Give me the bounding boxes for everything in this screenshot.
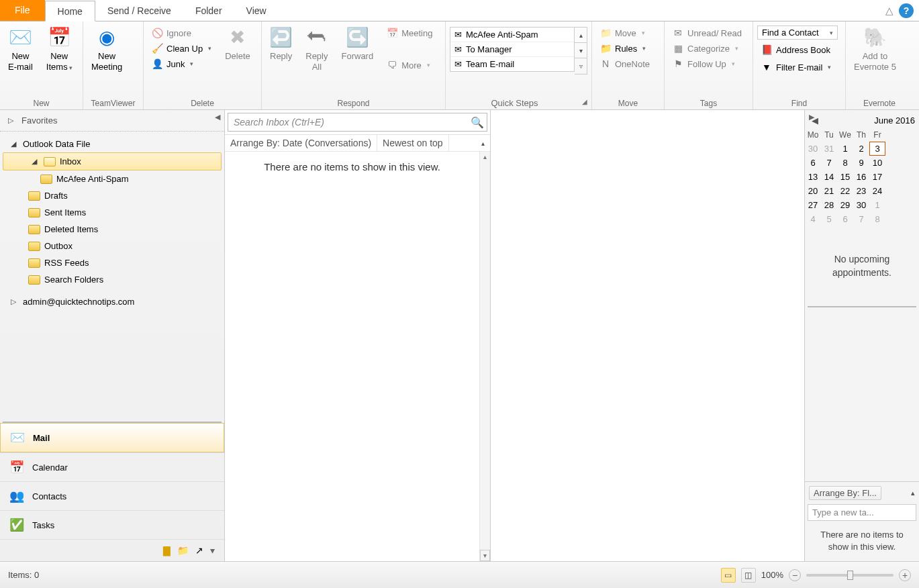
folder-search[interactable]: Search Folders — [0, 271, 224, 288]
folder-sent[interactable]: Sent Items — [0, 204, 224, 221]
todo-collapse-icon[interactable]: ▶ — [809, 113, 814, 121]
calendar-day-today[interactable]: 3 — [869, 142, 885, 156]
evernote-button[interactable]: 🐘Add to Evernote 5 — [847, 24, 903, 75]
scroll-down-icon[interactable]: ▾ — [480, 550, 490, 561]
view-reading-button[interactable]: ◫ — [741, 568, 756, 583]
calendar-day[interactable]: 8 — [869, 212, 885, 226]
find-contact-input[interactable]: Find a Contact▾ — [757, 26, 838, 40]
calendar-day[interactable]: 23 — [853, 184, 869, 198]
categorize-button[interactable]: ▦Categorize▾ — [669, 41, 746, 56]
reply-all-button[interactable]: ⮪Reply All — [299, 24, 334, 75]
quicksteps-launcher[interactable]: ◢ — [582, 98, 590, 108]
nav-calendar-button[interactable]: 📅Calendar — [0, 452, 224, 481]
meeting-button[interactable]: 📅Meeting — [383, 26, 436, 40]
nav-contacts-button[interactable]: 👥Contacts — [0, 481, 224, 510]
nav-collapse-icon[interactable]: ◀ — [215, 113, 220, 121]
zoom-slider[interactable] — [806, 574, 893, 577]
calendar-day[interactable]: 17 — [869, 170, 885, 184]
folder-drafts[interactable]: Drafts — [0, 187, 224, 204]
account-node[interactable]: ▷admin@quicktechnotips.com — [0, 293, 224, 310]
search-input[interactable] — [228, 113, 468, 131]
folder-mcafee-spam[interactable]: McAfee Anti-Spam — [0, 170, 224, 187]
zoom-thumb[interactable] — [847, 571, 853, 580]
nav-mail-button[interactable]: ✉️Mail — [0, 423, 224, 452]
calendar-day[interactable]: 20 — [805, 184, 821, 198]
view-normal-button[interactable]: ▭ — [721, 568, 736, 583]
sort-indicator-icon[interactable]: ▴ — [476, 135, 490, 151]
nav-notes-icon[interactable]: ▇ — [163, 545, 171, 556]
calendar-day[interactable]: 27 — [805, 198, 821, 212]
rules-button[interactable]: 📁Rules▾ — [596, 41, 654, 56]
onenote-button[interactable]: NOneNote — [596, 56, 654, 71]
quickstep-down[interactable]: ▾ — [575, 43, 587, 58]
chevron-right-icon[interactable]: ▷ — [11, 297, 19, 306]
calendar-day[interactable]: 31 — [821, 142, 837, 156]
help-icon[interactable]: ? — [899, 3, 914, 18]
calendar-day[interactable]: 30 — [805, 142, 821, 156]
nav-folders-icon[interactable]: 📁 — [177, 545, 189, 556]
cleanup-button[interactable]: 🧹Clean Up▾ — [148, 41, 215, 56]
minimize-ribbon-icon[interactable]: △ — [885, 5, 893, 17]
quickstep-manager[interactable]: ✉To Manager — [450, 42, 574, 57]
zoom-out-button[interactable]: − — [789, 569, 801, 581]
nav-shortcuts-icon[interactable]: ↗ — [195, 545, 203, 556]
calendar-day[interactable]: 1 — [837, 142, 853, 156]
calendar-day[interactable]: 21 — [821, 184, 837, 198]
reply-button[interactable]: ↩️Reply — [263, 24, 299, 64]
address-book-button[interactable]: 📕Address Book — [757, 42, 838, 57]
zoom-in-button[interactable]: + — [899, 569, 911, 581]
tab-folder[interactable]: Folder — [183, 0, 234, 21]
chevron-down-icon[interactable]: ◢ — [32, 157, 40, 166]
calendar-day[interactable]: 5 — [821, 212, 837, 226]
nav-configure-icon[interactable]: ▾ — [210, 545, 215, 556]
expand-icon[interactable]: ▴ — [911, 489, 915, 497]
task-arrange-button[interactable]: Arrange By: Fl... — [809, 486, 881, 500]
quickstep-team[interactable]: ✉Team E-mail — [450, 57, 574, 71]
folder-outbox[interactable]: Outbox — [0, 238, 224, 254]
sort-order-button[interactable]: Newest on top — [377, 135, 449, 151]
tab-send-receive[interactable]: Send / Receive — [95, 0, 183, 21]
calendar-day[interactable]: 15 — [837, 170, 853, 184]
search-icon[interactable]: 🔍 — [468, 113, 487, 131]
folder-inbox[interactable]: ◢Inbox — [3, 152, 222, 170]
calendar-day[interactable]: 24 — [869, 184, 885, 198]
more-respond-button[interactable]: 🗨More▾ — [383, 58, 436, 72]
junk-button[interactable]: 👤Junk▾ — [148, 56, 215, 71]
tab-home[interactable]: Home — [45, 1, 95, 21]
calendar-day[interactable]: 13 — [805, 170, 821, 184]
folder-deleted[interactable]: Deleted Items — [0, 221, 224, 238]
scroll-up-icon[interactable]: ▴ — [480, 152, 490, 162]
unread-read-button[interactable]: ✉Unread/ Read — [669, 26, 746, 40]
calendar-day[interactable]: 28 — [821, 198, 837, 212]
calendar-day[interactable]: 8 — [837, 156, 853, 170]
filter-email-button[interactable]: ▼Filter E-mail▾ — [757, 60, 838, 75]
move-button[interactable]: 📁Move▾ — [596, 26, 654, 40]
folder-rss[interactable]: RSS Feeds — [0, 254, 224, 271]
calendar-day[interactable]: 14 — [821, 170, 837, 184]
quickstep-mcafee[interactable]: ✉McAfee Anti-Spam — [450, 28, 574, 42]
new-task-input[interactable]: Type a new ta... — [808, 504, 916, 521]
favorites-header[interactable]: ▷Favorites — [0, 110, 224, 130]
tab-view[interactable]: View — [234, 0, 279, 21]
chevron-down-icon[interactable]: ◢ — [11, 140, 19, 148]
ignore-button[interactable]: 🚫Ignore — [148, 26, 215, 40]
calendar-day[interactable]: 7 — [853, 212, 869, 226]
datafile-node[interactable]: ◢Outlook Data File — [0, 136, 224, 152]
nav-tasks-button[interactable]: ✅Tasks — [0, 510, 224, 539]
quickstep-more[interactable]: ▿ — [575, 58, 587, 74]
new-items-button[interactable]: 📅New Items▾ — [40, 24, 79, 75]
calendar-day[interactable]: 16 — [853, 170, 869, 184]
calendar-day[interactable]: 10 — [869, 156, 885, 170]
calendar-day[interactable]: 1 — [869, 198, 885, 212]
delete-button[interactable]: ✖Delete — [218, 24, 257, 64]
calendar-day[interactable]: 4 — [805, 212, 821, 226]
calendar-day[interactable]: 22 — [837, 184, 853, 198]
tab-file[interactable]: File — [0, 0, 45, 21]
arrange-by-button[interactable]: Arrange By: Date (Conversations) — [225, 135, 377, 151]
teamviewer-meeting-button[interactable]: ◉New Meeting — [85, 24, 129, 75]
calendar-day[interactable]: 30 — [853, 198, 869, 212]
calendar-day[interactable]: 2 — [853, 142, 869, 156]
forward-button[interactable]: ↪️Forward — [335, 24, 381, 64]
followup-button[interactable]: ⚑Follow Up▾ — [669, 56, 746, 71]
calendar-day[interactable]: 7 — [821, 156, 837, 170]
